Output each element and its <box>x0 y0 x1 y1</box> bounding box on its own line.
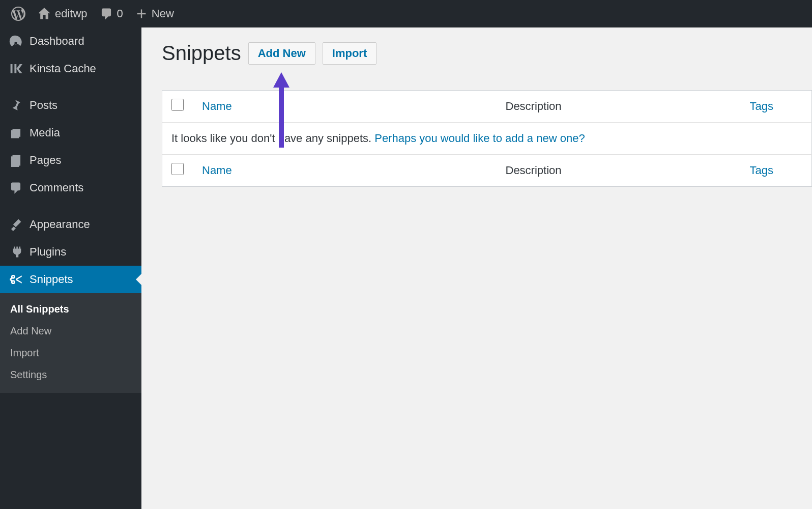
column-footer-tags[interactable]: Tags <box>741 155 812 187</box>
site-link[interactable]: editwp <box>32 0 94 27</box>
empty-state-row: It looks like you don't have any snippet… <box>162 123 812 155</box>
sidebar-item-dashboard[interactable]: Dashboard <box>0 27 141 55</box>
select-all-footer <box>162 155 193 187</box>
admin-sidebar: Dashboard Kinsta Cache Posts Media Pages… <box>0 27 141 509</box>
plus-icon <box>135 8 148 20</box>
home-icon <box>38 7 51 20</box>
new-label: New <box>152 7 174 20</box>
add-new-button[interactable]: Add New <box>248 42 315 65</box>
plugins-icon <box>9 245 22 259</box>
sidebar-item-pages[interactable]: Pages <box>0 147 141 174</box>
kinsta-icon <box>9 62 22 75</box>
main-content: Snippets Add New Import Name Description… <box>141 27 812 509</box>
sidebar-item-label: Dashboard <box>30 35 84 48</box>
sidebar-item-kinsta-cache[interactable]: Kinsta Cache <box>0 55 141 82</box>
pages-icon <box>9 154 22 167</box>
sidebar-item-label: Appearance <box>30 218 90 231</box>
column-header-name[interactable]: Name <box>193 91 497 123</box>
new-content-button[interactable]: New <box>129 0 180 27</box>
menu-separator <box>0 82 141 92</box>
sidebar-item-media[interactable]: Media <box>0 119 141 147</box>
sidebar-item-posts[interactable]: Posts <box>0 92 141 119</box>
admin-bar: editwp 0 New <box>0 0 812 27</box>
sidebar-item-label: Plugins <box>30 245 66 259</box>
sidebar-submenu-snippets: All Snippets Add New Import Settings <box>0 293 141 393</box>
pin-icon <box>9 99 22 112</box>
svg-marker-1 <box>273 72 289 88</box>
sidebar-item-label: Pages <box>30 154 61 167</box>
sidebar-item-plugins[interactable]: Plugins <box>0 238 141 266</box>
wp-logo-button[interactable] <box>5 0 32 27</box>
submenu-item-settings[interactable]: Settings <box>0 364 141 386</box>
page-header: Snippets Add New Import <box>162 42 812 65</box>
dashboard-icon <box>9 35 22 48</box>
select-all-checkbox-footer[interactable] <box>171 163 184 175</box>
snippets-table: Name Description Tags It looks like you … <box>162 90 812 187</box>
table-header-row: Name Description Tags <box>162 91 812 123</box>
media-icon <box>9 126 22 139</box>
sidebar-item-appearance[interactable]: Appearance <box>0 211 141 238</box>
sidebar-item-label: Comments <box>30 181 83 194</box>
menu-separator <box>0 202 141 211</box>
import-button[interactable]: Import <box>323 42 376 65</box>
column-footer-description: Description <box>497 155 741 187</box>
comments-link[interactable]: 0 <box>94 0 129 27</box>
sidebar-item-label: Snippets <box>30 273 73 286</box>
submenu-item-add-new[interactable]: Add New <box>0 320 141 342</box>
column-header-description: Description <box>497 91 741 123</box>
wordpress-icon <box>11 7 25 21</box>
sidebar-item-label: Kinsta Cache <box>30 62 96 75</box>
table-footer-row: Name Description Tags <box>162 155 812 187</box>
comment-icon <box>9 181 22 194</box>
select-all-checkbox[interactable] <box>171 99 184 111</box>
column-footer-name[interactable]: Name <box>193 155 497 187</box>
comment-icon <box>100 7 113 20</box>
site-name: editwp <box>55 7 88 20</box>
scissors-icon <box>9 273 22 286</box>
column-header-tags[interactable]: Tags <box>741 91 812 123</box>
sidebar-item-comments[interactable]: Comments <box>0 174 141 202</box>
empty-state-text: It looks like you don't have any snippet… <box>171 132 374 145</box>
sidebar-item-label: Posts <box>30 99 57 112</box>
add-new-link[interactable]: Perhaps you would like to add a new one? <box>374 132 585 145</box>
sidebar-item-label: Media <box>30 126 60 139</box>
appearance-icon <box>9 218 22 231</box>
comment-count: 0 <box>117 7 123 20</box>
sidebar-item-snippets[interactable]: Snippets <box>0 266 141 293</box>
page-title: Snippets <box>162 42 241 65</box>
submenu-item-all-snippets[interactable]: All Snippets <box>0 298 141 320</box>
submenu-item-import[interactable]: Import <box>0 342 141 364</box>
select-all-header <box>162 91 193 123</box>
